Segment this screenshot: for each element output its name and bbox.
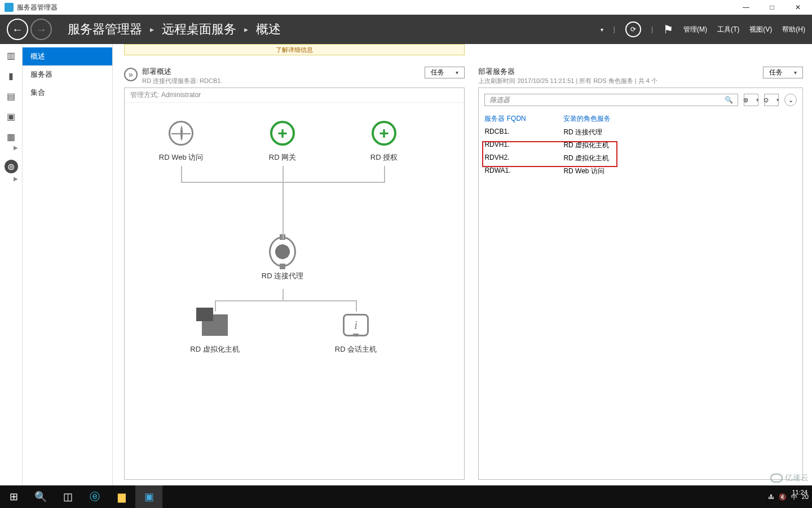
tray-volume-icon[interactable]: 🔇 (779, 493, 787, 501)
tray-network-icon[interactable]: 🖧 (768, 493, 774, 500)
node-rd-gateway[interactable]: + RD 网关 (249, 120, 316, 163)
breadcrumb-section[interactable]: 远程桌面服务 (162, 21, 236, 38)
left-nav: 概述 服务器 集合 (23, 44, 113, 485)
menu-help[interactable]: 帮助(H) (782, 25, 805, 34)
add-icon: + (270, 121, 295, 146)
info-notice[interactable]: 了解详细信息 (124, 44, 465, 55)
collapse-button[interactable]: » (124, 68, 138, 81)
menu-tools[interactable]: 工具(T) (717, 25, 739, 34)
node-rd-virtualization-host[interactable]: RD 虚拟化主机 (181, 312, 249, 354)
save-query-button[interactable]: ⊙ (764, 94, 779, 106)
all-servers-icon[interactable]: ▤ (6, 90, 17, 102)
start-button[interactable]: ⊞ (0, 485, 27, 508)
servers-subtitle: 上次刷新时间 2017/10/25 11:21:51 | 所有 RDS 角色服务… (478, 77, 657, 85)
node-rd-session-host[interactable]: i RD 会话主机 (322, 312, 390, 354)
add-icon: + (372, 121, 396, 146)
icon-rail: ▥ ▮ ▤ ▣ ▦ ▶ ⊚ ▶ (0, 44, 23, 485)
servers-panel-body: 🔍 ⊜ ⊙ ⌄ 服务器 FQDN 安装的角色服务 RDCB1.RD 连接代理 R… (478, 87, 803, 480)
overview-tasks-button[interactable]: 任务 (425, 67, 465, 78)
group-button[interactable]: ⊜ (744, 94, 758, 106)
menu-manage[interactable]: 管理(M) (683, 25, 707, 34)
rds-overview-icon[interactable]: ⊚ (5, 160, 18, 173)
filter-input-wrapper: 🔍 (484, 94, 738, 106)
hyperv-icon[interactable]: ▣ (6, 111, 17, 122)
host-icon (202, 314, 228, 336)
expand-icon[interactable]: ▶ (14, 176, 18, 182)
taskbar-search-icon[interactable]: 🔍 (27, 485, 54, 508)
local-server-icon[interactable]: ▮ (6, 70, 17, 81)
taskbar-explorer-icon[interactable]: ▆ (108, 485, 135, 508)
minimize-button[interactable]: — (733, 0, 759, 15)
window-title: 服务器管理器 (17, 3, 58, 12)
notifications-flag-icon[interactable]: ⚑ (663, 23, 673, 36)
deployment-diagram: RD Web 访问 + RD 网关 + RD 授权 RD 连接代理 (125, 103, 464, 419)
node-rd-licensing[interactable]: + RD 授权 (350, 120, 418, 163)
nav-collections[interactable]: 集合 (23, 84, 112, 102)
managed-by-label: 管理方式: Administrator (125, 88, 464, 103)
back-button[interactable]: ← (7, 19, 28, 40)
breadcrumb-page: 概述 (256, 21, 281, 38)
app-icon (5, 3, 14, 12)
window-titlebar: 服务器管理器 — □ ✕ (0, 0, 812, 15)
search-icon[interactable]: 🔍 (725, 96, 733, 104)
task-view-icon[interactable]: ◫ (54, 485, 81, 508)
servers-title: 部署服务器 (478, 67, 657, 77)
col-server-fqdn[interactable]: 服务器 FQDN (484, 114, 563, 124)
broker-icon (269, 237, 296, 267)
nav-overview[interactable]: 概述 (23, 47, 112, 65)
maximize-button[interactable]: □ (759, 0, 785, 15)
col-installed-role[interactable]: 安装的角色服务 (563, 114, 611, 124)
servers-tasks-button[interactable]: 任务 (763, 67, 803, 78)
chevron-right-icon: ▸ (244, 25, 248, 34)
tray-clock[interactable]: 11:24 (792, 489, 807, 496)
watermark-icon (770, 474, 783, 483)
windows-taskbar: ⊞ 🔍 ◫ ⓔ ▆ ▣ 🖧 🔇 中 20 11:24 (0, 485, 812, 508)
overview-subtitle: RD 连接代理服务器: RDCB1. (142, 77, 222, 85)
menu-view[interactable]: 视图(V) (749, 25, 772, 34)
servers-table-header: 服务器 FQDN 安装的角色服务 (479, 112, 802, 126)
rds-icon[interactable]: ▦ (6, 131, 17, 142)
highlight-box (482, 141, 617, 167)
app-header: ← → 服务器管理器 ▸ 远程桌面服务 ▸ 概述 ▾ | ⟳ | ⚑ 管理(M)… (0, 15, 812, 44)
expand-panel-button[interactable]: ⌄ (784, 94, 797, 106)
overview-title: 部署概述 (142, 67, 222, 77)
info-icon: i (343, 314, 369, 336)
table-row[interactable]: RDCB1.RD 连接代理 (479, 126, 802, 139)
expand-icon[interactable]: ▶ (14, 144, 18, 151)
watermark: 亿速云 (770, 473, 809, 483)
close-button[interactable]: ✕ (785, 0, 811, 15)
dashboard-icon[interactable]: ▥ (6, 50, 17, 61)
dropdown-indicator-icon[interactable]: ▾ (601, 27, 603, 33)
node-rd-web[interactable]: RD Web 访问 (147, 120, 215, 163)
taskbar-server-manager-icon[interactable]: ▣ (135, 485, 162, 508)
node-rd-broker[interactable]: RD 连接代理 (249, 238, 316, 281)
globe-icon (169, 121, 193, 146)
breadcrumb-root[interactable]: 服务器管理器 (68, 21, 142, 38)
filter-input[interactable] (489, 96, 725, 104)
chevron-right-icon: ▸ (150, 25, 154, 34)
refresh-button[interactable]: ⟳ (625, 21, 641, 37)
taskbar-ie-icon[interactable]: ⓔ (81, 485, 108, 508)
forward-button[interactable]: → (30, 19, 52, 40)
nav-servers[interactable]: 服务器 (23, 65, 112, 84)
